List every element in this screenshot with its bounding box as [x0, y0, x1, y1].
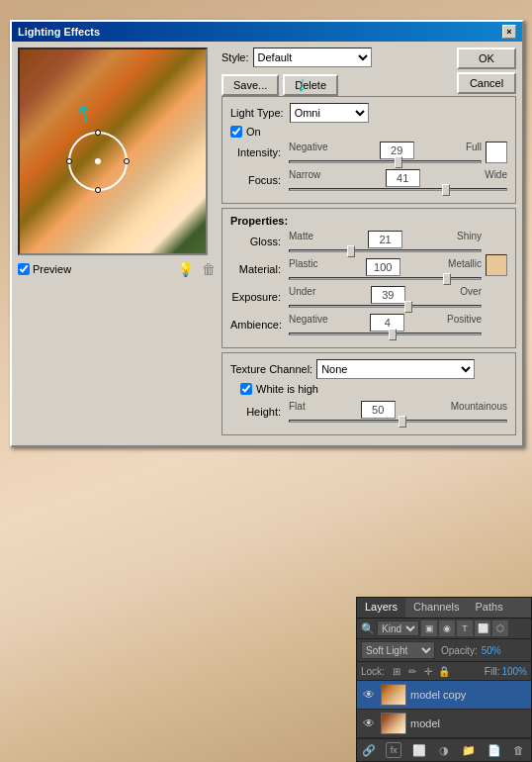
on-row: On: [230, 126, 507, 138]
light-handle-bottom[interactable]: [95, 187, 101, 193]
filter-pixel-icon[interactable]: ▣: [421, 620, 437, 636]
light-type-row: Light Type: Omni: [230, 103, 507, 123]
left-controls: Style: Default Save... Delete: [222, 48, 449, 96]
ok-button[interactable]: OK: [457, 48, 516, 69]
filter-smart-icon[interactable]: ⬡: [492, 620, 508, 636]
material-value[interactable]: 100: [366, 258, 400, 276]
material-slider[interactable]: [289, 277, 482, 280]
right-panel: Style: Default Save... Delete OK Cancel: [222, 48, 516, 439]
height-right-label: Mountainous: [451, 401, 507, 419]
blend-mode-select[interactable]: Soft Light: [361, 641, 435, 659]
add-group-icon[interactable]: 📁: [461, 742, 477, 758]
preview-label: Preview: [33, 263, 71, 275]
blend-opacity-row: Soft Light Opacity: 50%: [357, 639, 531, 662]
focus-row: Focus: Narrow 41 Wide: [230, 169, 507, 191]
light-handle-right[interactable]: [124, 158, 130, 164]
add-adjustment-icon[interactable]: ◑: [436, 742, 452, 758]
gloss-slider[interactable]: [289, 249, 482, 252]
material-row-inner: Material: Plastic 100 Metallic: [230, 258, 482, 280]
lock-icons: ⊞ ✏ ✛ 🔒: [390, 664, 451, 678]
fill-value[interactable]: 100%: [501, 666, 527, 677]
light-handle-left[interactable]: [66, 158, 72, 164]
intensity-slider[interactable]: [289, 160, 482, 163]
dialog-titlebar: Lighting Effects ×: [12, 22, 522, 42]
ambience-label: Ambience:: [230, 319, 285, 331]
fill-section: Fill: 100%: [485, 666, 527, 677]
gloss-row: Gloss: Matte 21 Shiny: [230, 231, 482, 252]
material-color-swatch[interactable]: [486, 254, 507, 276]
intensity-slider-group: Negative 29 Full: [289, 142, 482, 163]
lock-position-icon[interactable]: ✛: [421, 664, 435, 678]
height-slider-group: Flat 50 Mountainous: [289, 401, 507, 423]
texture-channel-select[interactable]: None: [316, 359, 475, 379]
preview-checkbox[interactable]: [18, 263, 30, 275]
intensity-left-label: Negative: [289, 142, 327, 159]
preview-controls: Preview 💡 🗑: [18, 259, 216, 279]
layer-visibility-model-copy[interactable]: 👁: [361, 687, 377, 703]
layers-panel: Layers Channels Paths 🔍 Kind ▣ ◉ T ⬜ ⬡ S…: [356, 597, 532, 762]
delete-button[interactable]: Delete: [283, 74, 338, 96]
exposure-row: Exposure: Under 39 Over: [230, 286, 482, 308]
kind-select[interactable]: Kind: [377, 620, 419, 636]
top-buttons: OK Cancel: [457, 48, 516, 94]
search-icon: 🔍: [361, 622, 375, 635]
intensity-color-swatch[interactable]: [486, 142, 507, 163]
ambience-left-label: Negative: [289, 314, 327, 332]
layer-visibility-model[interactable]: 👁: [361, 715, 377, 731]
exposure-labels: Under 39 Over: [289, 286, 482, 304]
light-circle[interactable]: [68, 132, 128, 191]
light-bulb-icon[interactable]: 💡: [177, 261, 194, 277]
link-layers-icon[interactable]: 🔗: [361, 742, 377, 758]
ambience-slider[interactable]: [289, 333, 482, 335]
opacity-value[interactable]: 50%: [482, 645, 501, 656]
on-checkbox[interactable]: [230, 126, 242, 138]
lock-pixels-icon[interactable]: ✏: [405, 664, 419, 678]
new-layer-icon[interactable]: 📄: [487, 742, 502, 758]
layer-item-model[interactable]: 👁 model: [357, 710, 531, 738]
gloss-value[interactable]: 21: [368, 231, 402, 248]
light-type-select[interactable]: Omni: [290, 103, 369, 123]
lock-all-icon[interactable]: 🔒: [437, 664, 451, 678]
focus-value[interactable]: 41: [386, 169, 420, 187]
dialog-body: ↙ Preview: [12, 42, 522, 445]
filter-text-icon[interactable]: T: [457, 620, 473, 636]
delete-layer-icon[interactable]: 🗑: [511, 742, 527, 758]
exposure-slider-group: Under 39 Over: [289, 286, 482, 308]
texture-channel-label: Texture Channel:: [230, 363, 312, 375]
exposure-slider[interactable]: [289, 305, 482, 308]
add-mask-icon[interactable]: ⬜: [411, 742, 427, 758]
lock-transparent-icon[interactable]: ⊞: [390, 664, 403, 678]
cancel-button[interactable]: Cancel: [457, 72, 516, 94]
focus-slider[interactable]: [289, 188, 507, 191]
ambience-slider-group: Negative 4 Positive: [289, 314, 482, 335]
save-button[interactable]: Save...: [222, 74, 279, 96]
top-row: Style: Default Save... Delete OK Cancel: [222, 48, 516, 96]
light-type-label: Light Type:: [230, 107, 284, 119]
properties-title: Properties:: [230, 215, 507, 227]
white-is-high-checkbox[interactable]: [240, 383, 252, 395]
texture-channel-row: Texture Channel: None: [230, 359, 507, 379]
tab-paths[interactable]: Paths: [468, 598, 511, 618]
filter-shape-icon[interactable]: ⬜: [475, 620, 490, 636]
light-handle-top[interactable]: [95, 130, 101, 136]
layer-style-icon[interactable]: fx: [386, 742, 401, 758]
focus-labels: Narrow 41 Wide: [289, 169, 507, 187]
close-icon[interactable]: ×: [502, 25, 516, 39]
tab-channels[interactable]: Channels: [405, 598, 467, 618]
delete-light-icon[interactable]: 🗑: [202, 261, 216, 277]
material-right-label: Metallic: [448, 258, 482, 276]
properties-sliders: Gloss: Matte 21 Shiny: [230, 231, 482, 341]
height-slider[interactable]: [289, 420, 507, 423]
tab-layers[interactable]: Layers: [357, 598, 405, 618]
preview-image: ↙: [20, 49, 206, 253]
properties-swatches: [486, 231, 507, 341]
filter-adjustment-icon[interactable]: ◉: [439, 620, 455, 636]
height-value[interactable]: 50: [361, 401, 396, 419]
layer-item-model-copy[interactable]: 👁 model copy: [357, 681, 531, 710]
light-center-handle[interactable]: [95, 158, 101, 164]
style-select[interactable]: Default: [253, 48, 372, 67]
ambience-value[interactable]: 4: [370, 314, 404, 332]
gloss-label: Gloss:: [230, 236, 285, 247]
exposure-value[interactable]: 39: [371, 286, 405, 304]
lock-label: Lock:: [361, 664, 385, 678]
